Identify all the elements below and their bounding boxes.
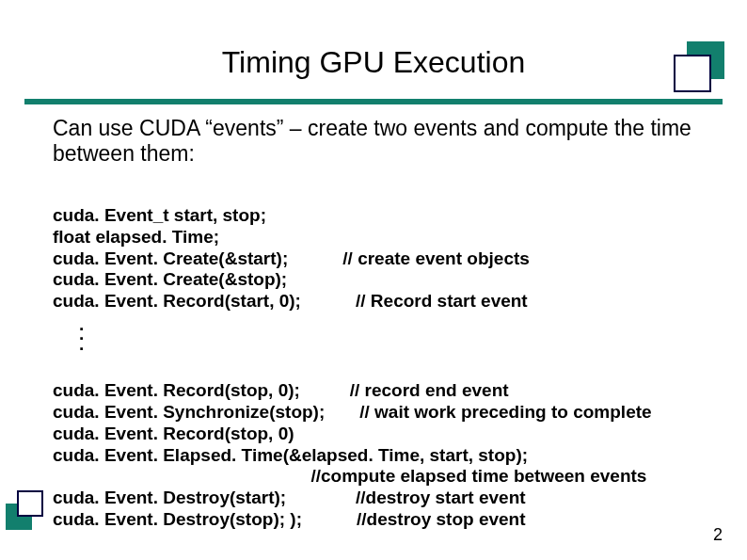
code-line: cuda. Event. Create(&stop);	[53, 269, 287, 289]
slide-content: Can use CUDA “events” – create two event…	[0, 104, 747, 531]
outline-square-icon	[17, 490, 43, 517]
code-comment: //compute elapsed time between events	[311, 466, 647, 486]
code-comment: // wait work preceding to complete	[359, 402, 651, 422]
code-block-2: cuda. Event. Record(stop, 0); // record …	[53, 359, 721, 530]
code-line: cuda. Event. Destroy(stop); );	[53, 509, 302, 529]
code-comment: // create event objects	[342, 248, 530, 268]
code-line: cuda. Event. Destroy(start);	[53, 488, 286, 507]
slide: Timing GPU Execution Can use CUDA “event…	[0, 0, 747, 560]
code-line: cuda. Event. Record(stop, 0);	[53, 380, 300, 400]
intro-text: Can use CUDA “events” – create two event…	[53, 116, 721, 167]
code-line: cuda. Event. Synchronize(stop);	[53, 402, 325, 422]
code-comment: // Record start event	[351, 291, 528, 311]
code-line: cuda. Event_t start, stop;	[53, 205, 266, 225]
code-line: float elapsed. Time;	[53, 227, 219, 247]
code-comment: // record end event	[350, 380, 509, 400]
code-line: cuda. Event. Record(stop, 0)	[53, 424, 294, 443]
title-corner-decoration	[674, 41, 724, 92]
page-number: 2	[713, 525, 723, 545]
slide-title: Timing GPU Execution	[0, 0, 747, 99]
code-line: cuda. Event. Create(&start);	[53, 248, 288, 268]
outline-square-icon	[674, 55, 711, 92]
footer-decoration	[6, 490, 47, 532]
code-block-1: cuda. Event_t start, stop; float elapsed…	[53, 184, 721, 312]
code-line: cuda. Event. Record(start, 0);	[53, 291, 301, 311]
code-line: cuda. Event. Elapsed. Time(&elapsed. Tim…	[53, 445, 528, 465]
code-comment: //destroy start event	[356, 488, 526, 507]
vertical-ellipsis: ...	[53, 320, 721, 349]
code-comment: //destroy stop event	[357, 509, 526, 529]
